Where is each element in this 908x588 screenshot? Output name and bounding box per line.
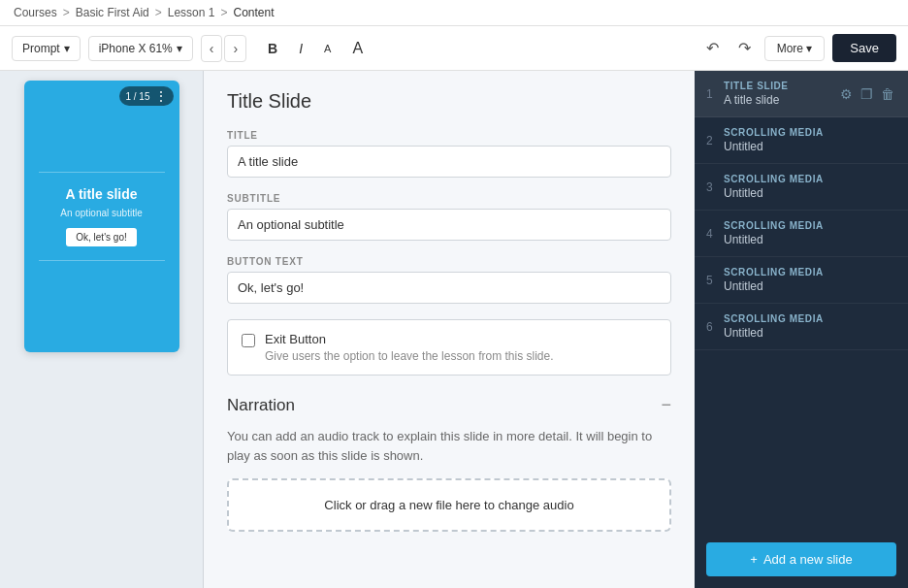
- add-slide-button[interactable]: + Add a new slide: [706, 542, 896, 576]
- exit-button-checkbox[interactable]: [242, 334, 255, 347]
- slide-info: SCROLLING MEDIA Untitled: [724, 267, 896, 293]
- slide-menu-icon[interactable]: ⋮: [154, 88, 168, 104]
- slide-name-label: Untitled: [724, 279, 896, 293]
- slide-number: 6: [706, 320, 724, 334]
- italic-button[interactable]: I: [291, 36, 310, 61]
- slide-list-item[interactable]: 6 SCROLLING MEDIA Untitled: [695, 304, 908, 350]
- breadcrumb-course[interactable]: Basic First Aid: [76, 6, 149, 19]
- audio-drop-zone[interactable]: Click or drag a new file here to change …: [227, 478, 671, 532]
- chevron-down-icon: ▾: [806, 42, 812, 55]
- breadcrumb-lesson[interactable]: Lesson 1: [168, 6, 215, 19]
- narration-description: You can add an audio track to explain th…: [227, 427, 671, 465]
- slide-number: 5: [706, 274, 724, 287]
- slide-type-label: SCROLLING MEDIA: [724, 313, 896, 324]
- slide-name-label: A title slide: [724, 93, 838, 107]
- plus-icon: +: [750, 552, 758, 567]
- button-text-field-section: BUTTON TEXT: [227, 256, 671, 304]
- breadcrumb: Courses > Basic First Aid > Lesson 1 > C…: [0, 0, 908, 26]
- toolbar-right: ↶ ↷ More ▾ Save: [700, 34, 896, 62]
- format-group: B I A A: [260, 35, 371, 62]
- title-field-section: TITLE: [227, 130, 671, 178]
- breadcrumb-sep3: >: [220, 6, 227, 19]
- preview-divider-bottom: [39, 260, 165, 261]
- preview-title: A title slide: [65, 186, 137, 202]
- slide-number: 3: [706, 180, 724, 194]
- add-slide-label: Add a new slide: [763, 552, 853, 567]
- toolbar: Prompt ▾ iPhone X 61% ▾ ‹ › B I A A ↶ ↷ …: [0, 26, 908, 71]
- chevron-down-icon: ▾: [64, 42, 70, 55]
- device-selector[interactable]: iPhone X 61% ▾: [88, 36, 193, 61]
- slide-list-panel: 1 TITLE SLIDE A title slide ⚙ ❐ 🗑 2 SCRO…: [695, 71, 908, 588]
- slide-type-label: SCROLLING MEDIA: [724, 267, 896, 278]
- preview-cta-button[interactable]: Ok, let's go!: [66, 228, 137, 246]
- slide-list-item[interactable]: 4 SCROLLING MEDIA Untitled: [695, 211, 908, 257]
- narration-section: Narration − You can add an audio track t…: [227, 395, 671, 532]
- slide-name-label: Untitled: [724, 326, 896, 340]
- subtitle-input[interactable]: [227, 209, 671, 241]
- slide-list-item[interactable]: 1 TITLE SLIDE A title slide ⚙ ❐ 🗑: [695, 71, 908, 117]
- exit-button-info: Exit Button Give users the option to lea…: [265, 332, 554, 363]
- main-content: 1 / 15 ⋮ A title slide An optional subti…: [0, 71, 908, 588]
- slide-name-label: Untitled: [724, 140, 896, 153]
- slide-type-label: SCROLLING MEDIA: [724, 127, 896, 138]
- bold-button[interactable]: B: [260, 36, 285, 61]
- redo-button[interactable]: ↷: [732, 35, 757, 61]
- prompt-button[interactable]: Prompt ▾: [12, 36, 81, 61]
- exit-button-section: Exit Button Give users the option to lea…: [227, 319, 671, 376]
- narration-title: Narration: [227, 396, 295, 415]
- font-size-sm-button[interactable]: A: [316, 38, 339, 59]
- preview-panel: 1 / 15 ⋮ A title slide An optional subti…: [0, 71, 204, 588]
- prev-button[interactable]: ‹: [201, 35, 223, 62]
- slide-info: TITLE SLIDE A title slide: [724, 81, 838, 107]
- slide-list-item[interactable]: 3 SCROLLING MEDIA Untitled: [695, 164, 908, 211]
- preview-subtitle: An optional subtitle: [60, 208, 143, 218]
- slide-number: 1: [706, 87, 724, 101]
- slide-info: SCROLLING MEDIA Untitled: [724, 174, 896, 200]
- slide-type-label: TITLE SLIDE: [724, 81, 838, 91]
- title-label: TITLE: [227, 130, 671, 141]
- more-button[interactable]: More ▾: [764, 36, 826, 61]
- slide-info: SCROLLING MEDIA Untitled: [724, 220, 896, 246]
- button-text-input[interactable]: [227, 272, 671, 304]
- slide-list-wrapper: 1 TITLE SLIDE A title slide ⚙ ❐ 🗑 2 SCRO…: [695, 71, 908, 531]
- slide-counter: 1 / 15 ⋮: [119, 86, 173, 106]
- nav-group: ‹ ›: [201, 35, 246, 62]
- breadcrumb-sep1: >: [63, 6, 70, 19]
- slide-type-heading: Title Slide: [227, 90, 671, 113]
- slide-item-actions: ⚙ ❐ 🗑: [838, 84, 896, 104]
- slide-info: SCROLLING MEDIA Untitled: [724, 313, 896, 340]
- narration-collapse-button[interactable]: −: [661, 395, 671, 415]
- slide-settings-button[interactable]: ⚙: [838, 84, 855, 104]
- exit-button-title: Exit Button: [265, 332, 554, 346]
- next-button[interactable]: ›: [224, 35, 246, 62]
- slide-number: 2: [706, 134, 724, 147]
- narration-header: Narration −: [227, 395, 671, 415]
- subtitle-label: SUBTITLE: [227, 193, 671, 204]
- audio-drop-label: Click or drag a new file here to change …: [324, 498, 573, 512]
- slide-preview: 1 / 15 ⋮ A title slide An optional subti…: [24, 81, 179, 352]
- preview-divider-top: [39, 172, 165, 173]
- exit-button-desc: Give users the option to leave the lesso…: [265, 349, 554, 363]
- slide-type-label: SCROLLING MEDIA: [724, 174, 896, 184]
- slide-delete-button[interactable]: 🗑: [879, 84, 896, 104]
- slide-copy-button[interactable]: ❐: [859, 84, 875, 104]
- undo-button[interactable]: ↶: [700, 35, 725, 61]
- slide-name-label: Untitled: [724, 186, 896, 200]
- breadcrumb-courses[interactable]: Courses: [14, 6, 57, 19]
- slide-type-label: SCROLLING MEDIA: [724, 220, 896, 231]
- button-text-label: BUTTON TEXT: [227, 256, 671, 267]
- chevron-down-icon: ▾: [177, 42, 182, 55]
- breadcrumb-current: Content: [233, 6, 274, 19]
- slide-list-item[interactable]: 5 SCROLLING MEDIA Untitled: [695, 257, 908, 304]
- title-input[interactable]: [227, 146, 671, 178]
- slide-list-scroll: 1 TITLE SLIDE A title slide ⚙ ❐ 🗑 2 SCRO…: [695, 71, 908, 350]
- save-button[interactable]: Save: [832, 34, 896, 62]
- slide-list-item[interactable]: 2 SCROLLING MEDIA Untitled: [695, 117, 908, 164]
- font-size-lg-button[interactable]: A: [344, 35, 371, 62]
- subtitle-field-section: SUBTITLE: [227, 193, 671, 241]
- slide-name-label: Untitled: [724, 233, 896, 246]
- edit-panel: Title Slide TITLE SUBTITLE BUTTON TEXT E…: [204, 71, 695, 588]
- breadcrumb-sep2: >: [155, 6, 162, 19]
- slide-number: 4: [706, 227, 724, 241]
- toolbar-left: Prompt ▾ iPhone X 61% ▾ ‹ › B I A A: [12, 35, 693, 62]
